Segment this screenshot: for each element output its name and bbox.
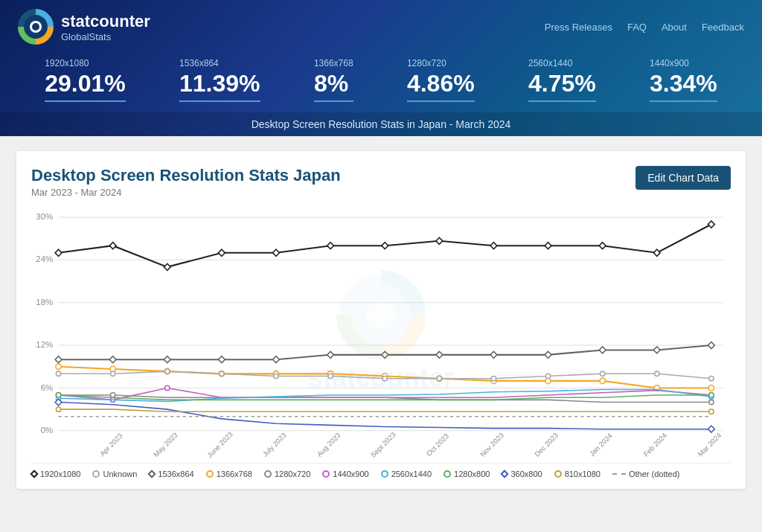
stat-pct-5: 3.34%	[650, 70, 717, 102]
svg-text:Dec 2023: Dec 2023	[533, 431, 560, 458]
legend-unknown: Unknown	[92, 469, 137, 478]
legend-360x800: 360x800	[502, 469, 542, 478]
svg-rect-42	[55, 356, 62, 363]
svg-text:24%: 24%	[36, 254, 53, 263]
svg-rect-41	[708, 221, 714, 228]
svg-text:May 2023: May 2023	[152, 431, 179, 458]
stat-1440x900: 1440x900 3.34%	[650, 58, 717, 102]
legend-icon-1536x864	[148, 469, 156, 478]
legend-label-1280x800: 1280x800	[454, 469, 490, 478]
svg-point-75	[437, 376, 441, 381]
legend-other: Other (dotted)	[612, 469, 679, 478]
svg-point-91	[709, 393, 714, 397]
stat-res-1: 1536x864	[179, 58, 260, 68]
svg-point-67	[708, 385, 714, 391]
legend-icon-810x1080	[554, 470, 562, 478]
svg-rect-31	[164, 263, 170, 270]
svg-rect-43	[109, 356, 116, 363]
legend-icon-360x800	[501, 469, 509, 478]
stat-pct-2: 8%	[314, 70, 353, 102]
svg-rect-37	[490, 243, 497, 249]
svg-point-94	[56, 407, 60, 411]
stat-res-3: 1280x720	[407, 58, 475, 68]
header-top: statcounter GlobalStats Press Releases F…	[0, 0, 762, 51]
svg-text:Sept 2023: Sept 2023	[369, 430, 397, 458]
legend-label-360x800: 360x800	[510, 469, 542, 478]
svg-text:July 2023: July 2023	[260, 431, 287, 458]
svg-rect-52	[599, 347, 606, 353]
logo-area: statcounter GlobalStats	[18, 9, 150, 45]
svg-point-65	[600, 378, 605, 383]
svg-point-83	[709, 400, 714, 404]
svg-rect-46	[273, 356, 280, 363]
nav-faq[interactable]: FAQ	[627, 22, 647, 33]
legend-1920x1080: 1920x1080	[31, 469, 80, 478]
svg-text:12%: 12%	[36, 340, 53, 349]
chart-header: Desktop Screen Resolution Stats Japan Ma…	[31, 166, 731, 198]
svg-rect-93	[708, 426, 714, 432]
stat-1536x864: 1536x864 11.39%	[179, 58, 260, 102]
legend-label-1280x720: 1280x720	[275, 469, 310, 478]
logo-text: statcounter GlobalStats	[61, 12, 150, 42]
legend-label-1920x1080: 1920x1080	[40, 469, 80, 478]
legend-label-unknown: Unknown	[103, 469, 137, 478]
svg-rect-38	[545, 243, 551, 249]
svg-rect-48	[382, 351, 388, 358]
stat-pct-1: 11.39%	[179, 70, 260, 102]
stat-res-0: 1920x1080	[45, 58, 126, 68]
svg-text:Jan 2024: Jan 2024	[588, 432, 614, 458]
chart-title-area: Desktop Screen Resolution Stats Japan Ma…	[31, 166, 341, 198]
stat-1280x720: 1280x720 4.86%	[407, 58, 475, 102]
svg-point-76	[491, 376, 496, 381]
svg-point-90	[56, 393, 60, 397]
svg-rect-47	[327, 351, 334, 358]
legend-icon-1366x768	[206, 470, 214, 478]
svg-point-68	[56, 371, 60, 376]
svg-point-80	[709, 376, 714, 381]
legend-2560x1440: 2560x1440	[381, 469, 432, 478]
legend-label-other: Other (dotted)	[629, 469, 679, 478]
brand-name: statcounter	[61, 12, 150, 31]
svg-point-78	[601, 371, 605, 376]
svg-text:0%: 0%	[41, 426, 54, 435]
legend-icon-1280x720	[264, 470, 272, 478]
legend-icon-unknown	[92, 470, 100, 478]
svg-rect-30	[109, 243, 116, 249]
legend-1280x720: 1280x720	[264, 469, 310, 478]
nav-about[interactable]: About	[662, 22, 687, 33]
chart-wrap: statcounter 30% 24% 18% 12% 6% 0% Apr 20…	[31, 205, 731, 458]
svg-point-95	[709, 409, 714, 414]
legend-label-2560x1440: 2560x1440	[391, 469, 432, 478]
edit-chart-button[interactable]: Edit Chart Data	[635, 166, 731, 190]
svg-text:Aug 2023: Aug 2023	[316, 431, 342, 458]
main-chart-svg: 30% 24% 18% 12% 6% 0% Apr 2023 May 2023 …	[31, 205, 731, 458]
svg-text:Mar 2024: Mar 2024	[697, 431, 723, 458]
stat-pct-0: 29.01%	[45, 70, 126, 102]
svg-rect-33	[273, 249, 280, 256]
svg-text:6%: 6%	[41, 383, 54, 392]
dots-1920x1080	[55, 221, 714, 270]
brand-sub: GlobalStats	[61, 31, 150, 42]
legend-icon-1440x900	[322, 470, 330, 478]
svg-rect-39	[599, 243, 606, 249]
legend-1280x800: 1280x800	[444, 469, 490, 478]
chart-title: Desktop Screen Resolution Stats Japan	[31, 166, 341, 185]
nav-feedback[interactable]: Feedback	[702, 22, 744, 33]
nav-press-releases[interactable]: Press Releases	[545, 22, 612, 33]
svg-rect-50	[490, 351, 497, 358]
legend-icon-1280x800	[444, 470, 451, 478]
svg-point-72	[274, 374, 278, 378]
svg-text:30%: 30%	[36, 212, 53, 221]
dots-360x800	[55, 399, 714, 432]
svg-rect-29	[55, 249, 62, 256]
header: statcounter GlobalStats Press Releases F…	[0, 0, 762, 136]
svg-rect-53	[653, 347, 660, 353]
svg-point-86	[165, 385, 170, 390]
legend-label-1366x768: 1366x768	[217, 469, 252, 478]
chart-container: Desktop Screen Resolution Stats Japan Ma…	[16, 151, 746, 489]
svg-rect-34	[327, 243, 334, 249]
svg-text:June 2023: June 2023	[205, 430, 234, 458]
legend-icon-2560x1440	[381, 470, 388, 478]
svg-point-71	[220, 371, 224, 376]
svg-rect-51	[545, 351, 551, 358]
